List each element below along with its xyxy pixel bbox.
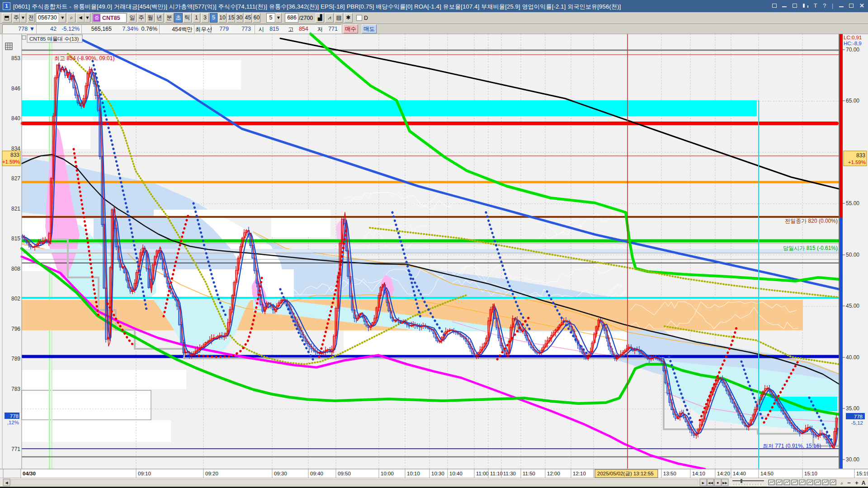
svg-text:778: 778 [10, 413, 19, 419]
svg-text:10:10: 10:10 [407, 471, 420, 476]
svg-text:833: 833 [10, 152, 19, 158]
svg-text:09:20: 09:20 [205, 471, 218, 476]
svg-text:853: 853 [11, 55, 20, 61]
svg-text:,12%: ,12% [7, 420, 19, 425]
svg-text:◀: ◀ [5, 481, 8, 485]
svg-text:50.00: 50.00 [846, 252, 859, 258]
svg-text:전일종가 820 (0.00%): 전일종가 820 (0.00%) [785, 218, 838, 224]
svg-text:09:10: 09:10 [138, 471, 151, 476]
svg-text:834: 834 [11, 145, 20, 152]
svg-text:65.00: 65.00 [846, 98, 859, 104]
svg-text:-5,12: -5,12 [851, 420, 863, 426]
svg-text:821: 821 [11, 206, 20, 212]
svg-text:15:10: 15:10 [804, 471, 817, 476]
svg-text:10:40: 10:40 [449, 471, 462, 476]
svg-text:2025/05/02(금) 13:12:55: 2025/05/02(금) 13:12:55 [597, 471, 654, 476]
svg-text:14:20: 14:20 [717, 471, 730, 476]
svg-text:815: 815 [11, 235, 20, 242]
svg-text:09:30: 09:30 [274, 471, 287, 476]
svg-text:CNT85 매물대 수(13): CNT85 매물대 수(13) [29, 36, 79, 42]
svg-text:11:10: 11:10 [490, 471, 503, 476]
svg-text:▶▶: ▶▶ [722, 481, 727, 484]
svg-text:11:00: 11:00 [476, 471, 489, 476]
svg-text:15:19:5: 15:19:5 [856, 471, 868, 476]
svg-text:55.00: 55.00 [846, 200, 859, 206]
svg-text:최저 771 (0.91%, 15:16): 최저 771 (0.91%, 15:16) [763, 443, 821, 449]
svg-text:802: 802 [11, 296, 20, 302]
svg-text:827: 827 [11, 175, 20, 182]
svg-text:+: + [855, 479, 859, 486]
svg-text:40.00: 40.00 [846, 354, 859, 361]
svg-text:◀◀: ◀◀ [708, 481, 713, 484]
svg-text:14:40: 14:40 [733, 471, 746, 476]
svg-text:■: ■ [717, 481, 718, 484]
svg-text:HC:-8,9: HC:-8,9 [844, 41, 862, 46]
svg-text:840: 840 [11, 115, 20, 122]
svg-text:12:00: 12:00 [547, 471, 560, 476]
svg-text:846: 846 [11, 85, 20, 92]
svg-text:13:50: 13:50 [663, 471, 676, 476]
svg-text:14:10: 14:10 [692, 471, 705, 476]
svg-text:35.00: 35.00 [846, 405, 859, 412]
svg-text:10:30: 10:30 [431, 471, 444, 476]
svg-text:11:30: 11:30 [503, 471, 516, 476]
svg-text:최고 854 (-8.90%, 09:01): 최고 854 (-8.90%, 09:01) [54, 55, 114, 61]
svg-text:771: 771 [11, 446, 20, 452]
svg-text:70.00: 70.00 [846, 47, 859, 53]
svg-text:LC:0,91: LC:0,91 [844, 35, 862, 40]
svg-text:796: 796 [11, 326, 20, 332]
svg-text:783: 783 [11, 386, 20, 392]
svg-text:A: A [862, 480, 866, 486]
svg-text:▶: ▶ [702, 481, 705, 484]
svg-text:833: 833 [856, 152, 865, 159]
svg-text:당일시가 815 (-0.61%): 당일시가 815 (-0.61%) [783, 245, 838, 251]
svg-text:⌕: ⌕ [840, 480, 843, 486]
svg-text:−: − [847, 479, 851, 486]
svg-text:+1.59%: +1.59% [848, 160, 866, 165]
svg-text:14:50: 14:50 [760, 471, 774, 476]
svg-text:30.00: 30.00 [846, 456, 859, 463]
svg-text:10:00: 10:00 [381, 471, 394, 476]
svg-text:11:50: 11:50 [523, 471, 535, 476]
svg-text:12:10: 12:10 [573, 471, 586, 476]
svg-text:45.00: 45.00 [846, 303, 859, 309]
svg-text:04/30: 04/30 [23, 471, 36, 476]
svg-text:789: 789 [11, 356, 20, 362]
svg-text:09:50: 09:50 [338, 471, 351, 476]
svg-text:778: 778 [854, 414, 863, 419]
svg-text:808: 808 [11, 266, 20, 272]
svg-text:+1.59%: +1.59% [2, 159, 20, 164]
svg-text:09:40: 09:40 [310, 471, 323, 476]
